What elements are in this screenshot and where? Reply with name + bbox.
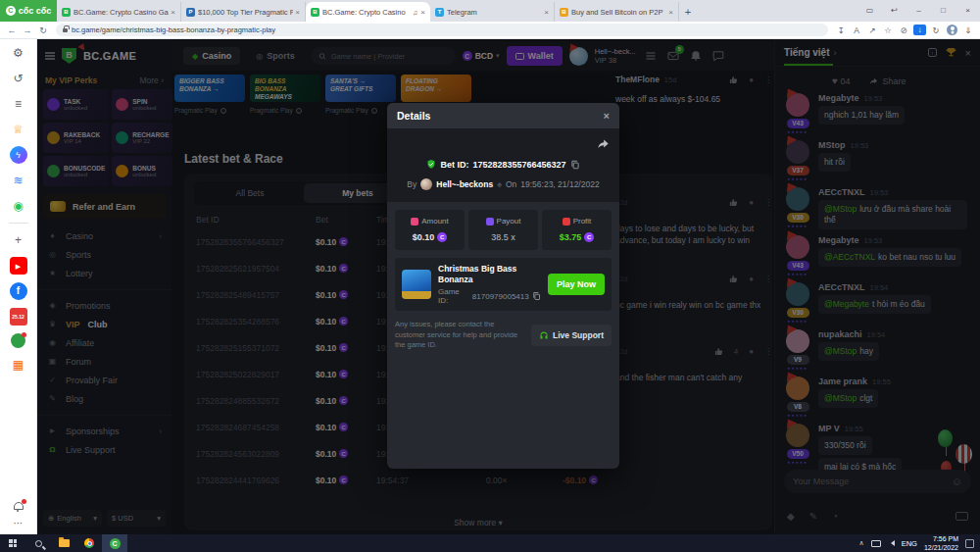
chat-avatar[interactable]: [786, 376, 809, 400]
hot-trends-icon[interactable]: ♕: [10, 121, 27, 138]
kebab-menu-icon[interactable]: ⋮: [764, 198, 772, 207]
vip-perk-tile[interactable]: TASKunlocked: [43, 89, 109, 120]
tab-close-icon[interactable]: ×: [171, 8, 175, 17]
kebab-menu-icon[interactable]: ⋮: [764, 75, 772, 84]
sync-icon[interactable]: ↻: [928, 25, 944, 35]
chat-toggle-icon[interactable]: [710, 48, 726, 64]
post-author[interactable]: TheMFlone: [615, 75, 660, 84]
thumb-up-icon[interactable]: [729, 275, 738, 283]
vip-perk-tile[interactable]: RAKEBACKVIP 14: [43, 123, 109, 153]
dislike-icon[interactable]: ●: [749, 198, 754, 207]
thumb-up-icon[interactable]: [729, 198, 738, 207]
draw-icon[interactable]: ✎: [809, 511, 817, 522]
bet-table-row[interactable]: 175282824441769626 $0.10 19:54:37 0.00× …: [194, 467, 762, 493]
volume-icon[interactable]: [888, 540, 895, 546]
vip-perk-tile[interactable]: RECHARGEVIP 22: [112, 123, 172, 153]
game-banner[interactable]: BIGGER BASS BONANZA →: [174, 75, 245, 102]
currency-selector[interactable]: $ USD▾: [107, 510, 166, 527]
quests-list-icon[interactable]: [643, 48, 659, 64]
feed-post[interactable]: 32d ● ⋮ bc game i win realy win on bc ga…: [615, 275, 772, 311]
active-download-icon[interactable]: ↓: [913, 25, 926, 35]
taskbar-search-icon[interactable]: [25, 534, 51, 552]
browser-tab[interactable]: T Telegram ×: [430, 2, 555, 22]
save-page-icon[interactable]: ↧: [833, 25, 849, 35]
chat-username[interactable]: MStop: [818, 140, 846, 150]
refer-and-earn-button[interactable]: Refer and Earn: [43, 194, 166, 219]
notifications-bell-icon[interactable]: [14, 502, 24, 510]
media-downloader-icon[interactable]: ≋: [10, 172, 27, 189]
mention-link[interactable]: @AECcTNXL: [824, 252, 875, 262]
chat-username[interactable]: AECcTNXL: [818, 187, 865, 197]
chat-avatar[interactable]: [786, 282, 809, 306]
add-shortcut-icon[interactable]: +: [10, 231, 27, 249]
chat-username[interactable]: nupakachi: [818, 329, 862, 339]
game-search-box[interactable]: [311, 47, 456, 65]
calendar-icon[interactable]: 25.12: [10, 308, 27, 326]
coin-drop-icon[interactable]: ◆: [787, 511, 795, 522]
chat-username[interactable]: Megabyte: [818, 93, 859, 103]
shop-icon[interactable]: ▦: [10, 356, 27, 374]
chat-rules-icon[interactable]: i: [928, 48, 937, 57]
thumb-up-icon[interactable]: [714, 347, 723, 356]
game-banner[interactable]: FLOATING DRAGON →: [401, 75, 471, 102]
mention-link[interactable]: @MStop: [824, 204, 857, 214]
messenger-icon[interactable]: ϟ: [10, 146, 27, 164]
browser-tab[interactable]: B BC.Game: Crypto Casino ♫ ×: [306, 2, 430, 22]
info-icon[interactable]: i: [371, 108, 377, 114]
window-maximize-button[interactable]: □: [931, 0, 956, 22]
address-bar[interactable]: bc.game/game/christmas-big-bass-bonanza-…: [56, 24, 828, 36]
tray-expand-icon[interactable]: ∧: [859, 539, 864, 547]
info-icon[interactable]: i: [220, 108, 226, 114]
send-tab-icon[interactable]: ↩: [882, 0, 906, 22]
language-selector[interactable]: ⊕ English▾: [43, 510, 102, 527]
mention-link[interactable]: @MStop: [824, 393, 857, 403]
mention-link[interactable]: @MStop: [824, 346, 857, 356]
tab-audio-icon[interactable]: ♫: [413, 9, 417, 16]
chat-message-input[interactable]: [793, 477, 947, 486]
copy-icon[interactable]: [570, 160, 580, 170]
chat-avatar[interactable]: [786, 187, 809, 211]
network-icon[interactable]: [871, 540, 881, 547]
feed-post[interactable]: TheMFlone 15d ● ⋮ week off as always $-1…: [615, 75, 772, 105]
keyboard-language[interactable]: ENG: [902, 539, 917, 548]
game-banner[interactable]: BIG BASS BONANZA MEGAWAYS: [250, 75, 320, 102]
window-close-button[interactable]: ×: [956, 0, 980, 22]
bookmark-star-icon[interactable]: ☆: [880, 25, 896, 35]
share-page-icon[interactable]: ↗: [864, 25, 880, 35]
bet-username[interactable]: Hell~-beckons: [436, 179, 493, 189]
dislike-icon[interactable]: ●: [749, 275, 754, 283]
kebab-menu-icon[interactable]: ⋮: [764, 275, 772, 283]
file-explorer-icon[interactable]: [51, 534, 76, 552]
show-more-button[interactable]: Show more ▾: [184, 518, 772, 527]
browser-tab[interactable]: B BC.Game: Crypto Casino Gan ×: [57, 2, 181, 22]
games-icon[interactable]: ◉: [10, 197, 27, 215]
sidebar-menu-item[interactable]: ✎ Blog: [37, 389, 172, 408]
browser-tab[interactable]: B Buy and Sell Bitcoin on P2P ×: [555, 2, 679, 22]
user-avatar[interactable]: [569, 47, 588, 66]
chat-close-icon[interactable]: ×: [965, 47, 971, 59]
vip-perk-tile[interactable]: SPINunlocked: [112, 89, 172, 120]
share-bet-icon[interactable]: [597, 136, 610, 154]
vip-perk-tile[interactable]: BONUSCODEunlocked: [43, 156, 109, 186]
downloads-icon[interactable]: ⇓: [960, 25, 976, 35]
new-tab-button[interactable]: +: [679, 2, 697, 22]
currency-dropdown[interactable]: BCD ▾: [463, 51, 500, 61]
feed-post[interactable]: 32d ● ⋮ days to lose and days to be luck…: [615, 198, 772, 247]
sidebar-menu-item[interactable]: ▣ Forum: [37, 352, 172, 371]
sidebar-menu-item[interactable]: ♦ Casino ›: [37, 226, 172, 245]
tab-close-icon[interactable]: ×: [420, 8, 425, 17]
play-now-button[interactable]: Play Now: [548, 274, 605, 295]
chat-avatar[interactable]: [786, 329, 809, 353]
start-button[interactable]: [0, 534, 25, 552]
bcgame-logo-text[interactable]: BC.GAME: [83, 50, 136, 62]
dislike-icon[interactable]: ●: [749, 75, 754, 84]
forward-button[interactable]: →: [20, 25, 35, 35]
tab-close-icon[interactable]: ×: [544, 8, 549, 17]
trophy-icon[interactable]: [946, 47, 956, 58]
chat-avatar[interactable]: [786, 140, 809, 164]
adblock-shield-icon[interactable]: ⊘: [896, 25, 911, 35]
chat-username[interactable]: Megabyte: [818, 235, 859, 245]
game-thumbnail[interactable]: [402, 270, 431, 299]
sidebar-menu-item[interactable]: ★ Lottery: [37, 264, 172, 282]
sidebar-menu-item[interactable]: ♛ VIP Club: [37, 315, 172, 333]
